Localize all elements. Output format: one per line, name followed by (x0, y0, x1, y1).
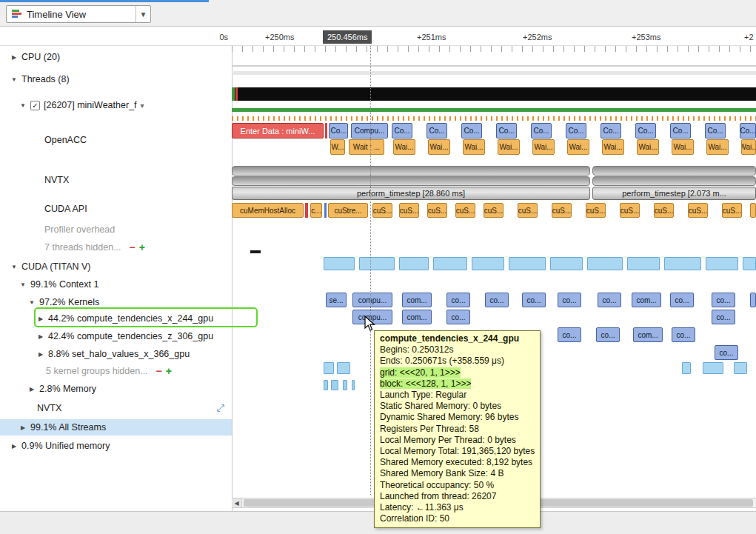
bar-se[interactable]: se... (326, 293, 347, 307)
bar-cus[interactable]: cuS... (399, 203, 419, 218)
bar-co[interactable]: co... (485, 293, 509, 307)
sidebar-item-99-1-context-1[interactable]: ▼99.1% Context 1 (0, 276, 232, 293)
bar-c[interactable]: c... (310, 203, 322, 218)
bar-wai[interactable]: Wai... (741, 139, 756, 155)
tree-toggle-icon[interactable]: ▶ (10, 443, 18, 450)
bar-co[interactable]: Co... (705, 123, 726, 138)
bar-wai[interactable]: Wai... (532, 139, 555, 155)
bar-co[interactable]: Co... (392, 123, 412, 138)
bar-wai[interactable]: Wai... (706, 139, 729, 155)
bar-cus[interactable]: cuS... (455, 203, 475, 218)
tree-toggle-icon[interactable]: ▶ (10, 54, 18, 61)
bar-co[interactable]: co... (558, 327, 581, 342)
sidebar-item-threads-8[interactable]: ▼Threads (8) (0, 71, 232, 87)
bar-co[interactable]: co... (672, 327, 695, 342)
tree-toggle-icon[interactable]: ▼ (19, 281, 27, 288)
bar-cus[interactable]: cuS... (586, 203, 606, 218)
bar-cus[interactable]: cuS... (372, 203, 392, 218)
tree-toggle-icon[interactable]: ▶ (37, 333, 44, 340)
bar-co[interactable]: Co... (740, 123, 756, 138)
tree-toggle-icon[interactable]: ▼ (10, 76, 18, 83)
bar-wai[interactable]: Wai... (393, 139, 415, 155)
bar-cus[interactable]: cuS... (722, 203, 742, 218)
bar-co[interactable]: co... (598, 293, 621, 307)
bar-co[interactable]: Co... (329, 123, 348, 138)
sidebar-item-cuda-api[interactable]: CUDA API (0, 201, 232, 217)
bar-wait[interactable]: Wait : ... (349, 139, 384, 155)
bar-co[interactable]: Co... (531, 123, 552, 138)
sidebar-item-5-kernel-groups-hidden[interactable]: 5 kernel groups hidden...−+ (0, 363, 232, 379)
scrollbar-left-arrow-icon[interactable]: ◀ (232, 498, 242, 507)
restore-hidden-icon[interactable]: + (166, 367, 172, 376)
bar-wai[interactable]: Wai... (602, 139, 624, 155)
bar-cus[interactable]: cuS... (620, 203, 640, 218)
timeline-view-selector[interactable]: Timeline View ▼ (6, 5, 151, 23)
bar-co[interactable]: Co... (635, 123, 656, 138)
bar-co[interactable]: co... (558, 293, 581, 307)
sidebar-item-7-threads-hidden[interactable]: 7 threads hidden...−+ (0, 239, 232, 256)
bar-wai[interactable]: Wai... (637, 139, 659, 155)
bar-co[interactable]: Co... (426, 123, 447, 138)
sidebar-item-99-1-all-streams[interactable]: ▶99.1% All Streams (0, 419, 232, 435)
bar-cus[interactable]: cuS... (427, 203, 447, 218)
tree-toggle-icon[interactable]: ▼ (28, 299, 36, 306)
sidebar-item-2-8-memory[interactable]: ▶2.8% Memory (0, 381, 232, 397)
bar-co[interactable]: Co... (461, 123, 482, 138)
bar-com[interactable]: com... (402, 310, 432, 324)
bar-wai[interactable]: Wai... (428, 139, 450, 155)
bar-perform-timestep-28-860-ms[interactable]: perform_timestep [28.860 ms] (232, 187, 590, 200)
sidebar-item-cuda-titan-v[interactable]: ▼CUDA (TITAN V) (0, 258, 232, 275)
bar-co[interactable]: co... (446, 310, 470, 324)
bar-com[interactable]: com... (402, 293, 432, 307)
bar-compu[interactable]: compu... (352, 293, 392, 307)
tree-toggle-icon[interactable]: ▶ (19, 424, 27, 431)
bar-wai[interactable]: Wai... (463, 139, 485, 155)
sidebar-item-8-8-set-halo-values-x-366-gpu[interactable]: ▶8.8% set_halo_values_x_366_gpu (0, 346, 232, 362)
sidebar-item-cpu-20[interactable]: ▶CPU (20) (0, 49, 232, 65)
bar-cus[interactable]: cuS... (654, 203, 674, 218)
bar-co[interactable]: co... (715, 345, 738, 360)
bar-co[interactable]: co... (596, 327, 620, 342)
time-marker-badge[interactable]: 250.456ms (323, 30, 372, 44)
tree-toggle-icon[interactable]: ▶ (28, 386, 36, 393)
restore-hidden-icon[interactable]: + (139, 243, 145, 252)
tree-toggle-icon[interactable]: ▶ (37, 351, 44, 358)
sidebar-item-nvtx[interactable]: NVTX (0, 172, 232, 188)
sidebar-item-0-9-unified-memory[interactable]: ▶0.9% Unified memory (0, 438, 232, 454)
expand-row-icon[interactable]: ⤢ (217, 402, 224, 414)
bar-enter-data-miniw[interactable]: Enter Data : miniW... (232, 123, 324, 138)
bar-co[interactable]: co... (712, 293, 735, 307)
bar-w[interactable]: W... (330, 139, 345, 155)
bar-cus[interactable]: cuS... (518, 203, 538, 218)
bar-co[interactable]: Co... (670, 123, 691, 138)
sidebar-item-nvtx[interactable]: NVTX⤢ (0, 400, 232, 416)
bar-wai[interactable]: Wai... (498, 139, 520, 155)
bar-co[interactable]: Co... (566, 123, 586, 138)
sidebar-item-26207-miniweather-f[interactable]: ▼✓[26207] miniWeather_f▾ (0, 97, 232, 113)
sidebar-item-42-4-compute-tendencies-z-306-gpu[interactable]: ▶42.4% compute_tendencies_z_306_gpu (0, 328, 232, 344)
bar-co[interactable]: co... (712, 310, 735, 324)
chevron-down-icon[interactable]: ▼ (136, 6, 150, 22)
bar-wai[interactable]: Wai... (567, 139, 589, 155)
bar-cus[interactable]: cuS... (484, 203, 504, 218)
bar-co[interactable]: co... (522, 293, 546, 307)
bar-perform-timestep-2-073-m[interactable]: perform_timestep [2.073 m... (592, 187, 756, 200)
bar-co[interactable]: Co... (601, 123, 621, 138)
remove-row-icon[interactable]: − (156, 367, 162, 376)
remove-row-icon[interactable]: − (130, 243, 136, 252)
bar-custre[interactable]: cuStre... (328, 203, 368, 218)
bar-wai[interactable]: Wai... (672, 139, 694, 155)
dropdown-caret-icon[interactable]: ▾ (141, 101, 144, 110)
bar-co[interactable]: Co... (496, 123, 517, 138)
sidebar-item-profiler-overhead[interactable]: Profiler overhead (0, 221, 232, 238)
bar-co[interactable]: co... (670, 293, 694, 307)
tree-toggle-icon[interactable]: ▼ (19, 102, 27, 109)
bar-cus[interactable]: cuS... (552, 203, 572, 218)
thread-checkbox[interactable]: ✓ (30, 101, 40, 110)
sidebar-item-openacc[interactable]: OpenACC (0, 132, 232, 148)
bar-cumemhostalloc[interactable]: cuMemHostAlloc (232, 203, 304, 218)
bar-cus[interactable]: cuS... (688, 203, 708, 218)
bar-compu[interactable]: Compu... (351, 123, 388, 138)
tree-toggle-icon[interactable]: ▼ (10, 264, 18, 270)
bar-com[interactable]: com... (633, 327, 663, 342)
